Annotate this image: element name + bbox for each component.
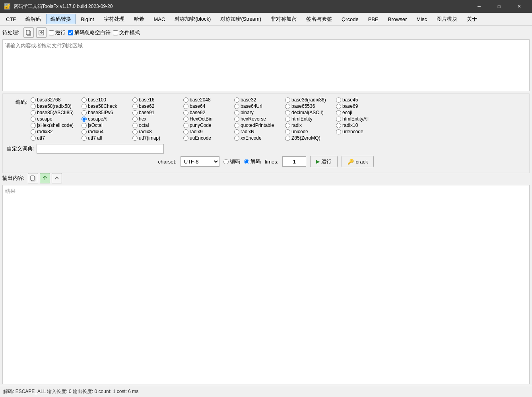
encode-radio-label[interactable]: 编码: [223, 158, 240, 165]
encoding-radio-htmlEntity[interactable]: [285, 117, 290, 122]
file-mode-checkbox[interactable]: [113, 30, 118, 35]
encoding-option-base45[interactable]: base45: [336, 97, 387, 103]
encoding-option-ecoji[interactable]: ecoji: [336, 110, 387, 115]
encoding-option-utf7_all[interactable]: utf7 all: [82, 135, 132, 141]
encoding-radio-basa32768[interactable]: [31, 97, 36, 103]
menu-btn-image[interactable]: 图片模块: [432, 14, 462, 24]
encoding-radio-base85IPv6[interactable]: [82, 110, 87, 115]
menu-btn-hash[interactable]: 哈希: [130, 14, 149, 24]
encoding-radio-radix8[interactable]: [132, 129, 138, 134]
encoding-radio-ecoji[interactable]: [336, 110, 341, 115]
encoding-radio-base91[interactable]: [132, 110, 138, 115]
menu-btn-mac[interactable]: MAC: [150, 15, 170, 24]
encoding-radio-utf7_imap_[interactable]: [132, 136, 138, 141]
encoding-option-radix10[interactable]: radix10: [336, 123, 387, 128]
encoding-radio-base16[interactable]: [132, 97, 138, 103]
encoding-radio-escapeAll[interactable]: [82, 117, 87, 122]
encoding-option-base91[interactable]: base91: [132, 110, 183, 115]
menu-btn-encode-convert[interactable]: 编码转换: [46, 14, 76, 24]
encoding-radio-hex[interactable]: [132, 117, 138, 122]
export-output-button[interactable]: [40, 173, 50, 183]
close-button[interactable]: ✕: [510, 0, 528, 13]
decode-radio-label[interactable]: 解码: [244, 158, 261, 165]
encoding-option-base62[interactable]: base62: [132, 103, 183, 109]
encoding-radio-base45[interactable]: [336, 97, 341, 103]
encoding-option-radix9[interactable]: radix9: [183, 129, 234, 134]
encoding-option-radix64[interactable]: radix64: [82, 129, 132, 134]
encoding-option-radix[interactable]: radix: [285, 123, 336, 128]
times-input[interactable]: [282, 156, 306, 167]
menu-btn-ctf[interactable]: CTF: [2, 15, 20, 24]
encoding-radio-base36_radix36_[interactable]: [285, 97, 290, 103]
encoding-radio-radix[interactable]: [285, 123, 290, 128]
menu-btn-browser[interactable]: Browser: [384, 15, 412, 24]
encoding-option-decimal_ASCII_[interactable]: decimal(ASCII): [285, 110, 336, 115]
encoding-radio-base64Url[interactable]: [234, 104, 239, 109]
encoding-radio-xxEncode[interactable]: [234, 136, 239, 141]
encoding-radio-HexOctBin[interactable]: [183, 117, 188, 122]
encoding-option-base32[interactable]: base32: [234, 97, 285, 103]
encoding-option-base58Check[interactable]: base58Check: [82, 103, 132, 109]
encoding-option-htmlEntity[interactable]: htmlEntity: [285, 116, 336, 122]
crack-button[interactable]: 🔑 crack: [342, 156, 374, 167]
encoding-radio-jsHex_shell_code_[interactable]: [31, 123, 36, 128]
encoding-radio-radix32[interactable]: [31, 129, 36, 134]
copy-output-button[interactable]: [28, 173, 38, 183]
encoding-radio-base69[interactable]: [336, 104, 341, 109]
encoding-option-base16[interactable]: base16: [132, 97, 183, 103]
encoding-radio-radix9[interactable]: [183, 129, 188, 134]
encoding-radio-unicode[interactable]: [285, 129, 290, 134]
encoding-radio-uuEncode[interactable]: [183, 136, 188, 141]
menu-btn-decode[interactable]: 编解码: [21, 14, 45, 24]
encoding-option-Z85_ZeroMQ_[interactable]: Z85(ZeroMQ): [285, 135, 336, 141]
input-textarea[interactable]: [2, 39, 530, 91]
ignore-space-checkbox-label[interactable]: 解码忽略空白符: [68, 29, 111, 36]
run-button[interactable]: ▶ 运行: [310, 156, 338, 167]
encoding-radio-base92[interactable]: [183, 110, 188, 115]
encoding-radio-radixN[interactable]: [234, 129, 239, 134]
menu-btn-qrcode[interactable]: Qrcode: [337, 15, 363, 24]
menu-btn-misc[interactable]: Misc: [412, 15, 431, 24]
ignore-space-checkbox[interactable]: [68, 30, 73, 35]
encoding-option-radixN[interactable]: radixN: [234, 129, 285, 134]
menu-btn-sym-stream[interactable]: 对称加密(Stream): [216, 14, 266, 24]
menu-btn-about[interactable]: 关于: [462, 14, 482, 24]
file-mode-checkbox-label[interactable]: 文件模式: [113, 29, 140, 36]
encoding-option-utf7_imap_[interactable]: utf7(imap): [132, 135, 183, 141]
encoding-radio-octal[interactable]: [132, 123, 138, 128]
encoding-option-xxEncode[interactable]: xxEncode: [234, 135, 285, 141]
encoding-radio-jsOctal[interactable]: [82, 123, 87, 128]
encoding-option-basa32768[interactable]: basa32768: [31, 97, 82, 103]
encoding-option-radix8[interactable]: radix8: [132, 129, 183, 134]
encoding-radio-punyCode[interactable]: [183, 123, 188, 128]
menu-btn-pbe[interactable]: PBE: [364, 15, 383, 24]
encoding-radio-escape[interactable]: [31, 117, 36, 122]
encoding-option-base92[interactable]: base92: [183, 110, 234, 115]
encoding-radio-base65536[interactable]: [285, 104, 290, 109]
encoding-option-escape[interactable]: escape: [31, 116, 82, 122]
encoding-option-quotedPrintable[interactable]: quotedPrintable: [234, 123, 285, 128]
encoding-radio-radix64[interactable]: [82, 129, 87, 134]
encoding-option-base64[interactable]: base64: [183, 103, 234, 109]
reverse-checkbox-label[interactable]: 逆行: [49, 29, 66, 36]
encoding-radio-utf7[interactable]: [31, 136, 36, 141]
menu-btn-sign-verify[interactable]: 签名与验签: [302, 14, 336, 24]
encode-radio[interactable]: [223, 159, 229, 164]
custom-dict-input[interactable]: [37, 144, 164, 154]
encoding-option-base64Url[interactable]: base64Url: [234, 103, 285, 109]
encoding-radio-decimal_ASCII_[interactable]: [285, 110, 290, 115]
encoding-option-base100[interactable]: base100: [82, 97, 132, 103]
encoding-option-radix32[interactable]: radix32: [31, 129, 82, 134]
encoding-option-base2048[interactable]: base2048: [183, 97, 234, 103]
encoding-option-escapeAll[interactable]: escapeAll: [82, 116, 132, 122]
encoding-radio-binary[interactable]: [234, 110, 239, 115]
encoding-option-htmlEntityAll[interactable]: htmlEntityAll: [336, 116, 387, 122]
encoding-option-urlencode[interactable]: urlencode: [336, 129, 387, 134]
encoding-option-hex[interactable]: hex: [132, 116, 183, 122]
encoding-option-unicode[interactable]: unicode: [285, 129, 336, 134]
encoding-radio-urlencode[interactable]: [336, 129, 341, 134]
encoding-radio-utf7_all[interactable]: [82, 136, 87, 141]
encoding-radio-Z85_ZeroMQ_[interactable]: [285, 136, 290, 141]
copy-input-button[interactable]: [23, 27, 34, 38]
encoding-option-hexReverse[interactable]: hexReverse: [234, 116, 285, 122]
